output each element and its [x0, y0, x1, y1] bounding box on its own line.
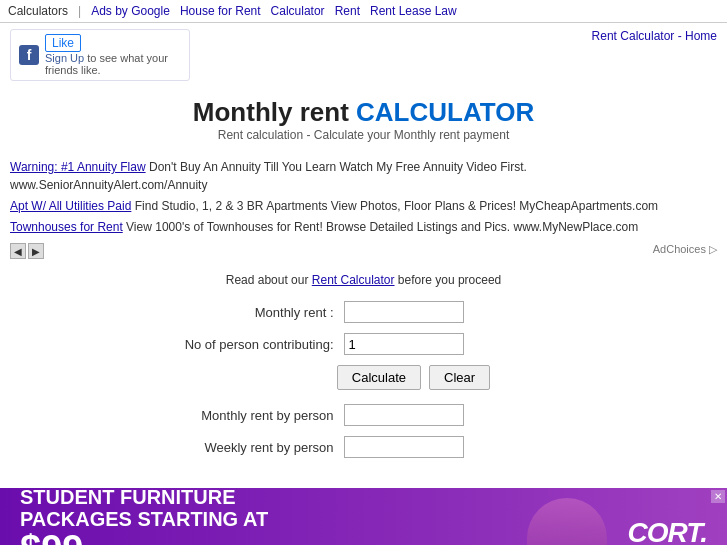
calculate-button[interactable]: Calculate — [337, 365, 421, 390]
fb-signup-link[interactable]: Sign Up — [45, 52, 84, 64]
nav-rent[interactable]: Rent — [335, 4, 360, 18]
ad-link-2[interactable]: Townhouses for Rent — [10, 220, 123, 234]
banner-logo: CORT. — [627, 517, 707, 545]
nav-calculator[interactable]: Calculator — [271, 4, 325, 18]
separator: | — [78, 4, 81, 18]
like-button[interactable]: Like — [45, 34, 81, 52]
ad-link-0[interactable]: Warning: #1 Annuity Flaw — [10, 160, 146, 174]
rent-calculator-link[interactable]: Rent Calculator — [312, 273, 395, 287]
banner-dollar: $99 — [20, 528, 83, 545]
weekly-rent-person-row: Weekly rent by person — [144, 436, 584, 458]
nav-rent-lease-law[interactable]: Rent Lease Law — [370, 4, 457, 18]
ad-item-0: Warning: #1 Annuity Flaw Don't Buy An An… — [10, 158, 717, 194]
monthly-rent-label: Monthly rent : — [144, 305, 344, 320]
read-about-text: Read about our Rent Calculator before yo… — [144, 273, 584, 287]
calculator-section: Read about our Rent Calculator before yo… — [114, 263, 614, 478]
weekly-rent-person-input[interactable] — [344, 436, 464, 458]
calculators-label: Calculators — [8, 4, 68, 18]
banner-ad-badge: ✕ — [711, 490, 725, 503]
next-arrow[interactable]: ▶ — [28, 243, 44, 259]
title-blue: CALCULATOR — [356, 97, 534, 127]
persons-input[interactable] — [344, 333, 464, 355]
page-title: Monthly rent CALCULATOR — [0, 97, 727, 128]
nav-house-for-rent[interactable]: House for Rent — [180, 4, 261, 18]
ad-link-1[interactable]: Apt W/ All Utilities Paid — [10, 199, 131, 213]
monthly-rent-row: Monthly rent : — [144, 301, 584, 323]
facebook-icon: f — [19, 45, 39, 65]
page-title-section: Monthly rent CALCULATOR Rent calculation… — [0, 87, 727, 154]
title-black: Monthly rent — [193, 97, 349, 127]
nav-ads-by-google[interactable]: Ads by Google — [91, 4, 170, 18]
banner-text: STUDENT FURNITURE PACKAGES STARTING AT $… — [20, 488, 268, 545]
banner-title-line1: STUDENT FURNITURE — [20, 488, 268, 508]
persons-label: No of person contributing: — [144, 337, 344, 352]
facebook-like-box: f Like Sign Up to see what your friends … — [10, 29, 190, 81]
prev-arrow[interactable]: ◀ — [10, 243, 26, 259]
clear-button[interactable]: Clear — [429, 365, 490, 390]
top-navigation: Calculators | Ads by Google House for Re… — [0, 0, 727, 23]
button-row: Calculate Clear — [144, 365, 584, 390]
banner-price: $99 PER MONTH — [20, 530, 268, 545]
fb-signup-text: Sign Up to see what your friends like. — [45, 52, 181, 76]
ad-choices: AdChoices ▷ — [653, 243, 717, 256]
banner-advertisement[interactable]: STUDENT FURNITURE PACKAGES STARTING AT $… — [0, 488, 727, 545]
weekly-rent-person-label: Weekly rent by person — [144, 440, 344, 455]
ad-navigation: ◀ ▶ — [10, 243, 44, 259]
monthly-rent-person-label: Monthly rent by person — [144, 408, 344, 423]
ad-item-1: Apt W/ All Utilities Paid Find Studio, 1… — [10, 197, 717, 215]
ad-text-1: Find Studio, 1, 2 & 3 BR Apartments View… — [135, 199, 658, 213]
ad-item-2: Townhouses for Rent View 1000's of Townh… — [10, 218, 717, 236]
page-header: f Like Sign Up to see what your friends … — [0, 23, 727, 87]
page-subtitle: Rent calculation - Calculate your Monthl… — [0, 128, 727, 142]
persons-row: No of person contributing: — [144, 333, 584, 355]
monthly-rent-input[interactable] — [344, 301, 464, 323]
monthly-rent-person-input[interactable] — [344, 404, 464, 426]
ad-section: Warning: #1 Annuity Flaw Don't Buy An An… — [0, 154, 727, 263]
monthly-rent-person-row: Monthly rent by person — [144, 404, 584, 426]
ad-text-2: View 1000's of Townhouses for Rent! Brow… — [126, 220, 638, 234]
banner-title-line2: PACKAGES STARTING AT — [20, 508, 268, 530]
rent-calculator-home-link[interactable]: Rent Calculator - Home — [592, 29, 717, 43]
banner-person-figure — [527, 498, 607, 545]
